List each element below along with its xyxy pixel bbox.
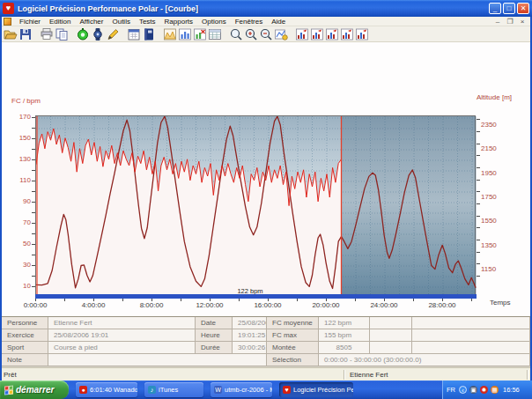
maximize-button[interactable]: □ [503,3,515,14]
minimize-button[interactable]: _ [489,3,501,14]
x-axis-tick-mark [181,299,181,301]
fc-area-fill [36,129,342,297]
left-axis-tick-mark [32,181,35,181]
left-axis-tick-mark [32,265,35,266]
menu-bar: FichierEditionAfficherOutilsTestsRapport… [0,17,532,26]
table-value-cell: 122 bpm [319,317,370,329]
report-4-icon[interactable] [339,27,354,41]
polar-heart-icon: ♥ [3,3,14,14]
right-axis-title: Altitude [m] [477,93,512,101]
open-file-icon[interactable] [3,27,18,41]
mdi-minimize-button[interactable]: – [493,18,502,26]
chart-options-icon[interactable] [273,27,288,41]
network-icon[interactable]: ▣ [469,386,477,394]
close-button[interactable]: ✕ [517,3,529,14]
no-fc-zone [342,116,477,297]
left-axis-tick-mark [32,128,35,129]
menu-fentres[interactable]: Fenêtres [231,17,268,26]
print-icon[interactable] [39,27,54,41]
left-axis-tick-mark [32,276,35,277]
taskbar-button-wanadoo[interactable]: ●6:01:40 Wanadoo [76,382,137,397]
menu-options[interactable]: Options [197,17,231,26]
menu-outils[interactable]: Outils [107,17,134,26]
report-3-icon[interactable] [324,27,339,41]
chart-x-icon[interactable] [192,27,207,41]
taskbar-button-itunes[interactable]: ♪iTunes [144,382,203,397]
window-title: Logiciel Précision Performance Polar - [… [18,4,487,13]
left-axis-tick-mark [32,223,35,224]
fc-altitude-chart[interactable]: 122 bpm [36,116,477,297]
x-axis-tick-mark [122,299,123,301]
bar-chart-icon[interactable] [177,27,192,41]
menu-rapports[interactable]: Rapports [160,17,197,26]
status-text: Prêt [4,371,17,379]
start-button[interactable]: démarrer [0,381,69,399]
zoom-out-icon[interactable] [258,27,273,41]
taskbar-button-polar[interactable]: ♥Logiciel Précision Perf... [279,382,353,397]
mdi-close-button[interactable]: × [518,18,527,26]
left-axis-tick-mark [32,244,35,245]
calendar-icon[interactable] [126,27,141,41]
toolbar-separator [156,27,162,41]
itunes-icon: ♪ [148,386,156,394]
x-axis-title: Temps [490,299,511,307]
report-5-icon[interactable] [354,27,369,41]
save-icon[interactable] [18,27,33,41]
taskbar-button-label: iTunes [159,386,178,394]
diary-icon[interactable] [141,27,156,41]
security-icon[interactable]: ▦ [491,386,499,394]
word-doc-icon: W [214,386,222,394]
table-value-cell: Course à pied [48,342,196,354]
menu-afficher[interactable]: Afficher [75,17,107,26]
left-axis-tick-label: 170 [8,113,31,121]
left-axis-tick-mark [32,170,35,171]
mdi-restore-button[interactable]: ❐ [506,18,514,26]
language-indicator[interactable]: FR [447,386,455,394]
x-axis-tick-label: 8:00:00 [132,301,171,309]
right-axis-tick-label: 1750 [481,193,511,201]
right-axis-tick-label: 2350 [481,121,511,129]
menu-fichier[interactable]: Fichier [15,17,45,26]
left-axis-tick-label: 30 [8,261,31,269]
left-axis-tick-mark [32,255,35,255]
x-axis-tick-mark [471,299,472,301]
taskbar-button-word-doc[interactable]: Wutmb-cr-2006 - Micro... [211,382,272,397]
toolbar-separator [222,27,228,41]
table-value-cell [370,342,412,354]
x-axis-tick-label: 16:00:00 [248,301,287,309]
taskbar-button-label: utmb-cr-2006 - Micro... [225,386,272,394]
hide-icons-chevron[interactable]: ‹ [459,386,467,394]
toolbar-separator [33,27,39,41]
report-1-icon[interactable] [294,27,309,41]
menu-aide[interactable]: Aide [267,17,290,26]
chart-plot-area[interactable]: 122 bpm [35,115,476,296]
zoom-icon[interactable] [228,27,243,41]
table-value-cell: 0:00:00 - 30:00:00 (30:00:00.0) [319,354,530,366]
curve-chart-icon[interactable] [162,27,177,41]
menu-tests[interactable]: Tests [135,17,160,26]
edit-pencil-icon[interactable] [105,27,120,41]
zoom-in-icon[interactable] [243,27,258,41]
left-axis-tick-mark [32,233,35,234]
x-axis-tick-mark [268,299,269,301]
right-axis-tick-label: 1950 [481,169,511,177]
right-axis-tick-mark [477,227,480,228]
table-value-cell: 155 bpm [319,329,370,342]
table-label-cell: FC max [267,329,319,342]
table-value-cell [370,317,412,329]
copy-icon[interactable] [54,27,69,41]
stopwatch-icon[interactable] [75,27,90,41]
messenger-icon[interactable]: ✹ [480,386,488,394]
table-label-cell: Personne [2,317,48,329]
menu-edition[interactable]: Edition [45,17,75,26]
left-axis-tick-label: 50 [8,240,31,248]
x-axis-tick-mark [355,299,356,301]
table-label-cell: Heure [196,329,233,342]
data-grid-icon[interactable] [207,27,222,41]
left-axis-tick-mark [32,159,35,160]
taskbar-button-label: 6:01:40 Wanadoo [90,386,137,394]
x-axis-tick-label: 4:00:00 [74,301,113,309]
right-axis-tick-mark [477,131,480,132]
watch-icon[interactable] [90,27,105,41]
report-2-icon[interactable] [309,27,324,41]
